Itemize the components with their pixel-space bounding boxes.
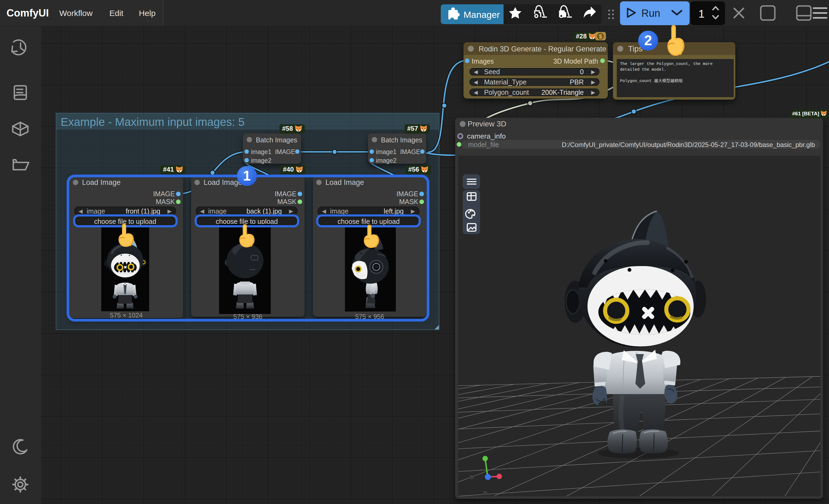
svg-text:$: $ xyxy=(599,33,602,40)
